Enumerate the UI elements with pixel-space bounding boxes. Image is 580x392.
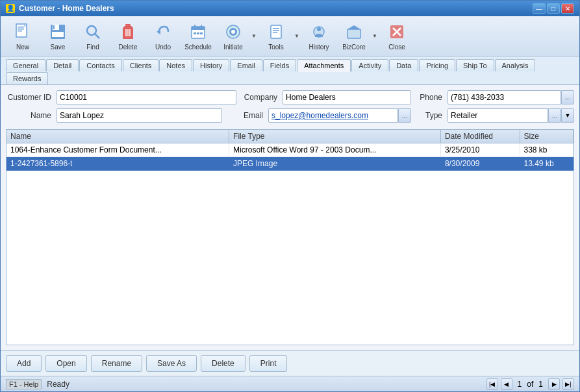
history-icon <box>309 21 329 42</box>
close-window-button[interactable]: ✕ <box>561 3 574 14</box>
bottom-action-bar: Add Open Rename Save As Delete Print <box>1 350 579 376</box>
phone-label: Phone <box>416 93 442 102</box>
maximize-button[interactable]: □ <box>547 3 560 14</box>
type-input[interactable] <box>448 108 548 123</box>
find-button[interactable]: Find <box>76 19 110 53</box>
customer-id-input[interactable] <box>57 90 236 104</box>
file-type-cell: Microsoft Office Word 97 - 2003 Docum... <box>229 143 441 157</box>
prev-page-button[interactable]: ◀ <box>501 378 512 390</box>
new-icon <box>12 21 33 42</box>
svg-rect-8 <box>52 32 64 37</box>
status-left: F1 - Help Ready <box>6 379 69 389</box>
print-button[interactable]: Print <box>249 355 288 372</box>
tab-detail[interactable]: Detail <box>46 59 79 71</box>
main-window: 👤 Customer - Home Dealers — □ ✕ New <box>0 0 580 392</box>
save-button[interactable]: Save <box>41 19 75 53</box>
tools-button[interactable]: Tools <box>259 19 293 53</box>
open-button[interactable]: Open <box>45 355 86 372</box>
tab-email[interactable]: Email <box>230 59 262 71</box>
tab-clients[interactable]: Clients <box>123 59 159 71</box>
help-badge[interactable]: F1 - Help <box>6 379 42 389</box>
company-input[interactable] <box>283 90 411 104</box>
tab-data[interactable]: Data <box>389 59 418 71</box>
svg-marker-17 <box>157 29 160 34</box>
rename-button[interactable]: Rename <box>91 355 142 372</box>
history-button[interactable]: History <box>302 19 336 53</box>
total-pages: 1 <box>538 380 543 389</box>
title-controls: — □ ✕ <box>533 3 574 14</box>
tab-contacts[interactable]: Contacts <box>79 59 121 71</box>
date-modified-cell: 8/30/2009 <box>440 157 520 171</box>
initiate-icon <box>223 21 244 42</box>
toolbar: New Save Find <box>1 16 579 56</box>
content-area: Customer ID Company Phone … Name Email …… <box>1 85 579 350</box>
table-row[interactable]: 1064-Enhance Customer Form Document... M… <box>6 143 574 157</box>
minimize-button[interactable]: — <box>533 3 546 14</box>
company-label: Company <box>242 93 277 102</box>
date-modified-cell: 3/25/2010 <box>440 143 520 157</box>
tab-analysis[interactable]: Analysis <box>495 59 536 71</box>
size-cell: 338 kb <box>520 143 573 157</box>
close-toolbar-label: Close <box>388 43 405 51</box>
undo-icon <box>153 21 173 42</box>
tab-rewards[interactable]: Rewards <box>6 72 48 84</box>
svg-rect-29 <box>273 28 279 29</box>
tools-dropdown-button[interactable]: ▼ <box>293 19 301 53</box>
file-name-cell: 1064-Enhance Customer Form Document... <box>6 143 229 157</box>
email-input[interactable] <box>268 108 398 123</box>
schedule-button[interactable]: Schedule <box>181 19 215 53</box>
name-input[interactable] <box>57 108 222 123</box>
delete-icon <box>118 21 138 42</box>
initiate-label: Initiate <box>223 43 242 51</box>
add-button[interactable]: Add <box>6 355 42 372</box>
svg-rect-30 <box>273 30 279 31</box>
tab-activity[interactable]: Activity <box>351 59 388 71</box>
tab-notes[interactable]: Notes <box>159 59 192 71</box>
svg-rect-3 <box>18 31 22 32</box>
tab-attachments[interactable]: Attachments <box>297 59 351 72</box>
new-button[interactable]: New <box>6 19 40 53</box>
ready-text: Ready <box>47 380 69 389</box>
page-number: 1 <box>518 380 522 389</box>
tab-bar: General Detail Contacts Clients Notes Hi… <box>1 56 579 85</box>
tab-general[interactable]: General <box>6 59 45 71</box>
type-expand-button[interactable]: … <box>548 108 561 123</box>
tools-group: Tools ▼ <box>259 19 301 53</box>
size-cell: 13.49 kb <box>520 157 573 171</box>
bizcore-dropdown-button[interactable]: ▼ <box>371 19 379 53</box>
table-row[interactable]: 1-2427361-5896-t JPEG Image 8/30/2009 13… <box>6 157 574 171</box>
tools-label: Tools <box>268 43 283 51</box>
phone-expand-button[interactable]: … <box>561 90 574 104</box>
of-label: of <box>527 380 533 389</box>
bizcore-button[interactable]: BizCore <box>337 19 371 53</box>
initiate-button[interactable]: Initiate <box>216 19 250 53</box>
email-expand-button[interactable]: … <box>398 108 411 123</box>
type-dropdown-button[interactable]: ▼ <box>561 108 574 123</box>
find-label: Find <box>86 43 99 51</box>
col-header-size: Size <box>520 130 573 143</box>
delete-button[interactable]: Delete <box>111 19 145 53</box>
tab-ship-to[interactable]: Ship To <box>456 59 494 71</box>
next-page-button[interactable]: ▶ <box>548 378 560 390</box>
name-label: Name <box>6 111 51 120</box>
svg-rect-1 <box>18 27 24 28</box>
close-toolbar-icon <box>386 21 407 42</box>
last-page-button[interactable]: ▶| <box>562 378 574 390</box>
svg-rect-24 <box>200 32 203 34</box>
delete-file-button[interactable]: Delete <box>201 355 246 372</box>
close-toolbar-button[interactable]: Close <box>380 19 414 53</box>
bizcore-group: BizCore ▼ <box>337 19 379 53</box>
tab-pricing[interactable]: Pricing <box>419 59 455 71</box>
undo-button[interactable]: Undo <box>146 19 180 53</box>
initiate-dropdown-button[interactable]: ▼ <box>250 19 258 53</box>
tab-fields[interactable]: Fields <box>263 59 296 71</box>
save-as-button[interactable]: Save As <box>146 355 197 372</box>
history-label: History <box>309 43 329 51</box>
tab-history[interactable]: History <box>193 59 229 71</box>
form-row-2: Name Email … Type … ▼ <box>6 108 574 123</box>
phone-input[interactable] <box>448 90 561 104</box>
svg-rect-11 <box>124 26 132 27</box>
attachments-table-container: Name File Type Date Modified Size 1064-E… <box>6 129 574 345</box>
bizcore-label: BizCore <box>342 43 366 51</box>
first-page-button[interactable]: |◀ <box>486 378 498 390</box>
